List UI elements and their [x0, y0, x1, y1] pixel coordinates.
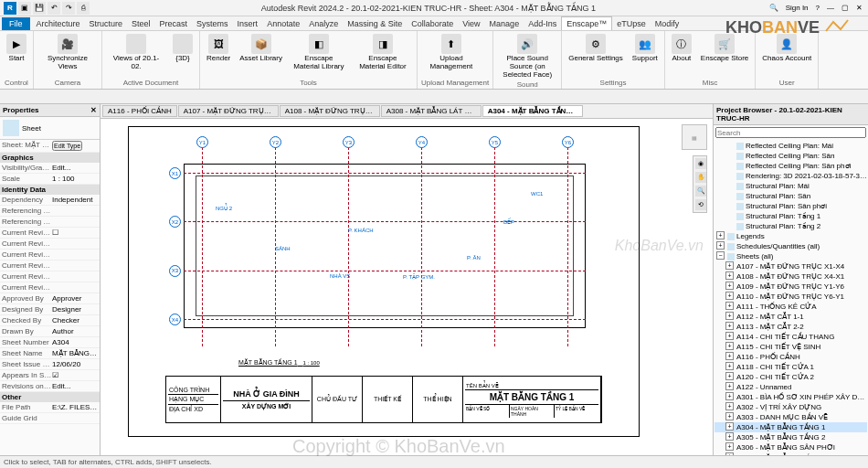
file-menu[interactable]: File [2, 17, 30, 30]
prop-group-other[interactable]: Other [0, 392, 100, 402]
maximize-icon[interactable]: ▢ [840, 4, 851, 12]
nav-pan-icon[interactable]: ✋ [695, 172, 706, 183]
tree-item[interactable]: +A114 - CHI TIẾT CẦU THANG [715, 332, 867, 342]
gridline[interactable] [567, 147, 568, 346]
tree-toggle-icon[interactable]: + [725, 412, 734, 420]
view3d-button[interactable]: {3D} [170, 33, 196, 64]
gridline[interactable] [421, 147, 422, 346]
tree-item[interactable]: +A307 - MẶT BẰNG MÁI [715, 452, 867, 455]
qat-redo-icon[interactable]: ↷ [62, 2, 75, 15]
sheet-view[interactable]: Y1Y2Y3Y4Y5Y6X1X2X3X4 NGỦ 2SÁNHP. KHÁCHNH… [128, 126, 640, 437]
tab-structure[interactable]: Structure [85, 17, 128, 30]
tree-toggle-icon[interactable]: + [716, 241, 725, 250]
signin-button[interactable]: Sign In [784, 4, 810, 12]
tab-addins[interactable]: Add-Ins [524, 17, 561, 30]
sound-button[interactable]: 🔊Place Sound Source (on Selected Face) [497, 33, 557, 80]
tree-item[interactable]: Structural Plan: Tầng 2 [715, 221, 867, 231]
tree-toggle-icon[interactable]: + [725, 282, 734, 290]
prop-group-identity-data[interactable]: Identity Data [0, 185, 100, 195]
room-tag[interactable]: P. KHÁCH [348, 228, 374, 233]
tree-item[interactable]: +A111 - THỐNG KÊ CỬA [715, 302, 867, 312]
drawing-area[interactable]: A116 - PHỐI CẢNHA107 - MẶT ĐỨNG TRỤC X1-… [101, 104, 713, 455]
tree-toggle-icon[interactable]: + [725, 292, 734, 300]
room-tag[interactable]: BẾP [503, 218, 514, 225]
qat-undo-icon[interactable]: ↶ [48, 2, 60, 15]
tab-enscape[interactable]: Enscape™ [561, 16, 612, 30]
tab-systems[interactable]: Systems [192, 17, 233, 30]
gridline[interactable] [348, 147, 349, 346]
properties-close-icon[interactable]: ✕ [90, 106, 97, 114]
tree-toggle-icon[interactable]: + [725, 422, 734, 431]
tab-manage[interactable]: Manage [485, 17, 524, 30]
matlib-button[interactable]: ◧Enscape Material Library [289, 33, 349, 72]
tree-toggle-icon[interactable]: + [725, 312, 734, 320]
room-tag[interactable]: P. TẬP GYM. [403, 273, 435, 280]
prop-row[interactable]: Current Revision Descriptio [0, 271, 100, 282]
prop-row[interactable]: Sheet NumberA304 [0, 337, 100, 348]
view-tab[interactable]: A304 - MẶT BẰNG TẦNG 1 [482, 105, 583, 117]
prop-row[interactable]: Sheet NameMẶT BẰNG TẦNG 1 [0, 348, 100, 359]
tab-insert[interactable]: Insert [233, 17, 263, 30]
type-selector[interactable]: Sheet [0, 117, 100, 140]
view-sel-button[interactable]: Views of 20.1-02. [106, 33, 166, 72]
tab-view[interactable]: View [458, 17, 484, 30]
tree-item[interactable]: +A112 - MẶT CẮT 1-1 [715, 312, 867, 322]
grid-bubble[interactable]: X3 [169, 265, 181, 277]
tab-precast[interactable]: Precast [155, 17, 193, 30]
tree-item[interactable]: −Sheets (all) [715, 251, 867, 261]
prop-row[interactable]: Appears In Sheet List☑ [0, 370, 100, 381]
viewcube[interactable]: ▦ [682, 124, 707, 150]
tab-annotate[interactable]: Annotate [262, 17, 304, 30]
prop-row[interactable]: Sheet Issue Date12/06/20 [0, 359, 100, 370]
grid-bubble[interactable]: X2 [169, 216, 181, 228]
tree-item[interactable]: +A302 - VỊ TRÍ XÂY DỰNG [715, 402, 867, 412]
view-tab[interactable]: A108 - MẶT ĐỨNG TRỤC X4-X1 [280, 105, 380, 117]
grid-bubble[interactable]: Y6 [562, 136, 574, 148]
tree-item[interactable]: +A120 - CHI TIẾT CỬA 2 [715, 372, 867, 382]
tree-item[interactable]: +A301 - BÌA HỒ SƠ XIN PHÉP XÂY DỰNG [715, 392, 867, 402]
tree-toggle-icon[interactable]: + [725, 452, 734, 455]
tree-item[interactable]: Reflected Ceiling Plan: Mái [715, 141, 867, 151]
tab-steel[interactable]: Steel [127, 17, 155, 30]
grid-bubble[interactable]: Y3 [343, 136, 355, 148]
tree-toggle-icon[interactable]: + [725, 261, 734, 270]
tree-toggle-icon[interactable]: + [725, 402, 734, 410]
browser-search-input[interactable] [715, 127, 866, 138]
tree-toggle-icon[interactable]: + [725, 342, 734, 350]
search-icon[interactable]: 🔍 [767, 4, 780, 12]
tree-item[interactable]: +A109 - MẶT ĐỨNG TRỤC Y1-Y6 [715, 282, 867, 292]
tree-toggle-icon[interactable]: + [725, 362, 734, 370]
view-tab[interactable]: A116 - PHỐI CẢNH [102, 105, 177, 117]
about-button[interactable]: ⓘAbout [669, 33, 694, 64]
tree-toggle-icon[interactable]: − [716, 251, 725, 260]
tree-item[interactable]: +Schedules/Quantities (all) [715, 241, 867, 251]
support-button[interactable]: 👥Support [630, 33, 661, 64]
tree-item[interactable]: +A305 - MẶT BẰNG TẦNG 2 [715, 432, 867, 442]
tree-item[interactable]: +A116 - PHỐI CẢNH [715, 352, 867, 362]
gridline[interactable] [494, 147, 495, 346]
qat-open-icon[interactable]: ▣ [18, 2, 31, 15]
tab-analyze[interactable]: Analyze [304, 17, 343, 30]
prop-row[interactable]: Current Revision [0, 282, 100, 293]
start-button[interactable]: ▶Start [4, 33, 29, 64]
qat-save-icon[interactable]: 💾 [33, 2, 46, 15]
nav-orbit-icon[interactable]: ⟲ [695, 199, 706, 210]
close-icon[interactable]: ✕ [854, 4, 864, 12]
tree-toggle-icon[interactable]: + [725, 432, 734, 441]
tree-item[interactable]: Rendering: 3D 2021-02-03-18-57-33 (E [715, 171, 867, 181]
tree-item[interactable]: +A304 - MẶT BẰNG TẦNG 1 [715, 422, 867, 432]
titleblock[interactable]: CÔNG TRÌNH HẠNG MỤC ĐỊA CHỈ XD NHÀ Ở GIA… [165, 376, 602, 423]
tree-toggle-icon[interactable]: + [725, 392, 734, 400]
prop-row[interactable]: Referencing Sheet [0, 206, 100, 217]
chaos-button[interactable]: 👤Chaos Account [759, 33, 814, 64]
room-tag[interactable]: P. ĂN [467, 255, 481, 261]
prop-row[interactable]: Referencing Detail [0, 217, 100, 228]
help-icon[interactable]: ? [814, 4, 821, 12]
asset-button[interactable]: 📦Asset Library [237, 33, 285, 64]
room-tag[interactable]: WC1 [531, 191, 543, 197]
prop-row[interactable]: Current Revision Issued By [0, 239, 100, 250]
grid-bubble[interactable]: Y1 [196, 136, 208, 148]
prop-row[interactable]: Approved ByApprover [0, 293, 100, 304]
tree-toggle-icon[interactable]: + [725, 302, 734, 310]
tree-item[interactable]: +A108 - MẶT ĐỨNG TRỤC X4-X1 [715, 271, 867, 282]
